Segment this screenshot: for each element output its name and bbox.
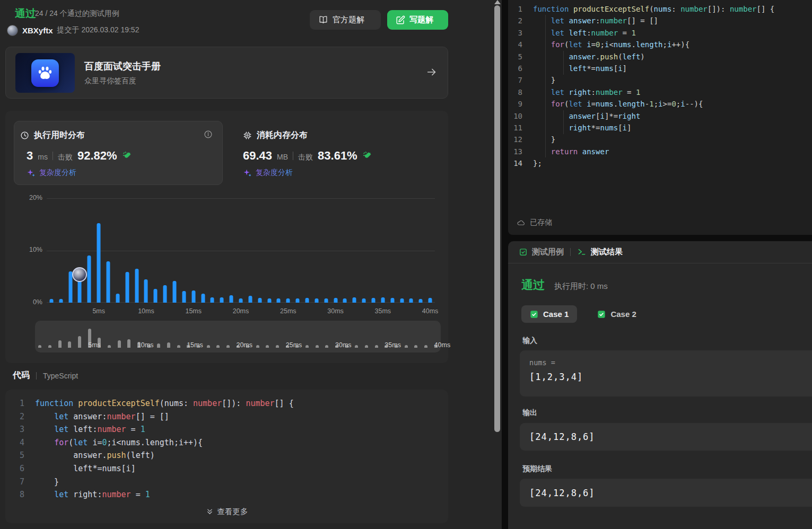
- runtime-bar[interactable]: [409, 298, 413, 303]
- runtime-bar[interactable]: [324, 298, 328, 303]
- code-line: 7 }: [508, 74, 812, 86]
- code-line: 4 for(let i=0;i<nums.length;i++){: [508, 39, 812, 50]
- case-button-1[interactable]: Case 1: [521, 305, 577, 323]
- runtime-bar[interactable]: [182, 291, 186, 303]
- runtime-bar[interactable]: [371, 298, 375, 303]
- x-axis-tick: 35ms: [375, 307, 391, 315]
- x-axis-tick: 5ms: [92, 307, 105, 315]
- expected-box: [24,12,8,6]: [520, 479, 812, 507]
- tab-testresult[interactable]: 测试结果: [577, 247, 623, 257]
- y-axis-tick: 20%: [20, 194, 42, 201]
- write-solution-button[interactable]: 写题解: [387, 10, 448, 30]
- runtime-bar[interactable]: [116, 294, 119, 303]
- info-icon[interactable]: [204, 130, 213, 139]
- minimap-tick: 30ms: [335, 341, 352, 349]
- runtime-bar[interactable]: [97, 223, 101, 303]
- code-section-header: 代码 TypeScript: [13, 370, 78, 381]
- runtime-bar[interactable]: [125, 272, 129, 303]
- code-line: 1function productExceptSelf(nums: number…: [508, 3, 812, 15]
- code-line: 7 }: [5, 475, 448, 489]
- view-more-button[interactable]: 查看更多: [5, 507, 448, 517]
- runtime-bar[interactable]: [296, 298, 300, 303]
- runtime-bar[interactable]: [163, 285, 167, 303]
- input-arg-name: nums =: [529, 358, 812, 367]
- tab-testcases[interactable]: 测试用例: [519, 247, 564, 257]
- output-value: [24,12,8,6]: [529, 431, 595, 442]
- input-box[interactable]: nums = [1,2,3,4]: [520, 350, 812, 396]
- runtime-bar[interactable]: [68, 271, 72, 303]
- minimap-tick: 20ms: [236, 341, 252, 349]
- code-line: 10 answer[i]*=right: [508, 110, 812, 122]
- runtime-complexity-analysis-link[interactable]: 复杂度分析: [27, 168, 76, 178]
- runtime-bar[interactable]: [88, 255, 91, 303]
- runtime-bar[interactable]: [201, 294, 205, 303]
- runtime-bar[interactable]: [59, 299, 63, 303]
- write-solution-label: 写题解: [409, 15, 433, 25]
- runtime-bar[interactable]: [220, 297, 224, 303]
- runtime-bar[interactable]: [381, 297, 385, 303]
- official-solution-button[interactable]: 官方题解: [310, 10, 381, 30]
- runtime-bar[interactable]: [353, 297, 356, 303]
- user-runtime-marker-avatar[interactable]: [72, 267, 87, 282]
- runtime-bar[interactable]: [211, 297, 214, 303]
- terminal-icon: [577, 248, 587, 257]
- banner-logo-tile: [15, 53, 75, 93]
- code-line: 14};: [508, 157, 812, 169]
- scrollbar-up-arrow-icon[interactable]: [494, 0, 501, 4]
- banner-subtitle: 众里寻你签百度: [84, 76, 136, 86]
- expected-value: [24,12,8,6]: [529, 488, 595, 498]
- runtime-bar[interactable]: [277, 298, 281, 303]
- runtime-bar[interactable]: [343, 298, 347, 303]
- runtime-bar[interactable]: [230, 295, 233, 303]
- runtime-distribution-chart[interactable]: [47, 198, 435, 303]
- runtime-bar[interactable]: [267, 298, 271, 303]
- editor-code-block[interactable]: 1function productExceptSelf(nums: number…: [508, 3, 812, 170]
- runtime-bar[interactable]: [173, 281, 177, 303]
- tab-testcases-label: 测试用例: [532, 247, 564, 257]
- runtime-bar[interactable]: [107, 261, 110, 303]
- code-line: 13 return answer: [508, 146, 812, 157]
- book-icon: [318, 15, 328, 24]
- minimap-tick: 15ms: [187, 341, 203, 349]
- runtime-bar[interactable]: [49, 299, 53, 303]
- expected-label: 预期结果: [522, 464, 552, 474]
- scrollbar-thumb[interactable]: [494, 5, 500, 432]
- check-square-icon: [530, 310, 538, 319]
- input-value: [1,2,3,4]: [529, 372, 812, 382]
- runtime-bar[interactable]: [258, 298, 261, 303]
- runtime-bar[interactable]: [239, 298, 243, 303]
- runtime-bar[interactable]: [248, 296, 252, 303]
- memory-analysis-label: 复杂度分析: [256, 168, 293, 178]
- memory-complexity-analysis-link[interactable]: 复杂度分析: [243, 168, 293, 178]
- minimap-tick: 5ms: [88, 341, 101, 349]
- chart-brush-minimap[interactable]: 5ms10ms15ms20ms25ms30ms35ms40ms: [35, 321, 441, 352]
- runtime-bar[interactable]: [419, 299, 423, 303]
- runtime-bar[interactable]: [362, 298, 366, 303]
- case-selector-row: Case 1Case 2: [521, 305, 645, 323]
- runtime-bar[interactable]: [135, 269, 138, 303]
- code-editor-panel[interactable]: 1function productExceptSelf(nums: number…: [508, 0, 812, 235]
- runtime-bar[interactable]: [429, 298, 432, 303]
- promo-banner[interactable]: 百度面试突击手册 众里寻你签百度: [5, 47, 448, 99]
- username[interactable]: XBXyftx: [22, 26, 53, 35]
- console-runtime: 执行用时: 0 ms: [554, 281, 608, 292]
- arrow-right-icon[interactable]: [425, 66, 438, 78]
- runtime-bar[interactable]: [400, 298, 404, 303]
- runtime-bar[interactable]: [154, 289, 158, 303]
- runtime-bar[interactable]: [334, 298, 337, 303]
- memory-dist-label: 消耗内存分布: [257, 130, 308, 141]
- checkbox-icon: [519, 248, 528, 257]
- console-status-row: 通过 执行用时: 0 ms: [521, 277, 608, 293]
- case-button-2[interactable]: Case 2: [589, 305, 644, 323]
- runtime-bar[interactable]: [286, 298, 290, 303]
- runtime-bar[interactable]: [144, 279, 148, 303]
- minimap-tick: 10ms: [137, 341, 154, 349]
- memory-beat-value: 83.61%: [318, 149, 357, 163]
- runtime-bar[interactable]: [315, 298, 318, 303]
- runtime-bar[interactable]: [305, 298, 309, 303]
- runtime-bar[interactable]: [390, 298, 394, 303]
- memory-stat-header[interactable]: 消耗内存分布: [243, 130, 308, 141]
- runtime-bar[interactable]: [191, 290, 195, 303]
- submitted-code-block: 1function productExceptSelf(nums: number…: [5, 397, 448, 501]
- left-pane-scrollbar[interactable]: [493, 0, 502, 529]
